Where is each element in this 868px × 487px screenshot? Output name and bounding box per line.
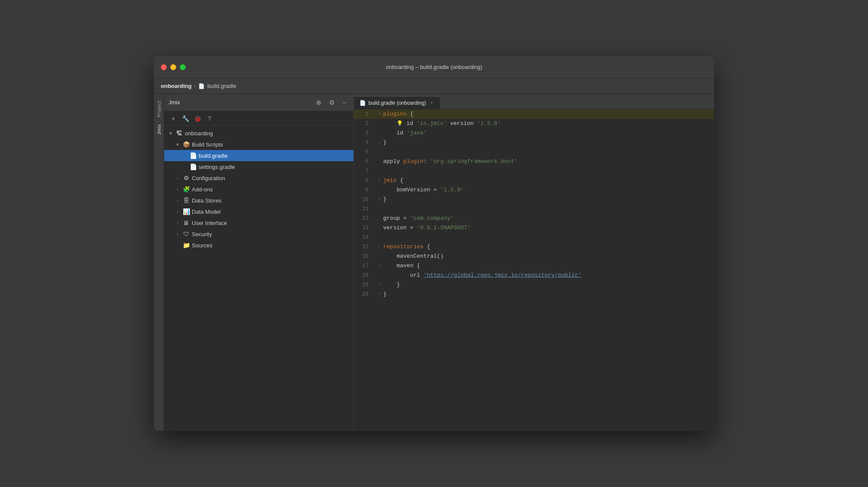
code-content-8: jmix { <box>383 176 714 185</box>
tree-item-settings-gradle[interactable]: 📄 settings.gradle <box>164 161 353 172</box>
code-content-15: repositories { <box>383 242 714 252</box>
line-number-14: 14 <box>354 233 375 242</box>
minimize-button[interactable] <box>170 64 176 70</box>
keyword-token: jmix <box>383 177 397 184</box>
code-line-14: 14 <box>354 233 714 242</box>
line-number-8: 8 <box>354 176 375 185</box>
code-content-6: apply plugin: 'org.springframework.boot' <box>383 157 714 166</box>
string-token: '1.5.0' <box>440 187 464 193</box>
close-button[interactable] <box>161 64 167 70</box>
label-configuration: Configuration <box>192 175 350 181</box>
link-token[interactable]: 'https://global.repo.jmix.io/repository/… <box>424 272 582 278</box>
line-number-9: 9 <box>354 185 375 195</box>
fold-gutter-20[interactable]: ▾ <box>375 290 383 299</box>
breadcrumb-root[interactable]: onboarding <box>161 83 192 89</box>
editor-area: 📄 build.gradle (onboarding) × 1▾plugins … <box>354 94 714 431</box>
icon-build-scripts: 📦 <box>182 141 190 148</box>
editor-tab-build-gradle[interactable]: 📄 build.gradle (onboarding) × <box>354 96 440 109</box>
keyword-token: plugin <box>403 158 424 165</box>
fold-gutter-17[interactable]: ▾ <box>375 261 383 271</box>
fold-gutter-1[interactable]: ▾ <box>375 109 383 119</box>
panel-header: Jmix ⊕ ⚙ − <box>164 94 353 111</box>
breadcrumb-bar: onboarding › 📄 build.gradle <box>154 78 714 94</box>
tab-close-button[interactable]: × <box>428 100 434 106</box>
maximize-button[interactable] <box>180 64 186 70</box>
tree-item-security[interactable]: › 🛡 Security <box>164 228 353 240</box>
tree-item-data-model[interactable]: › 📊 Data Model <box>164 206 353 217</box>
tree-item-sources[interactable]: 📁 Sources <box>164 240 353 251</box>
fold-gutter-15[interactable]: ▾ <box>375 242 383 252</box>
icon-sources: 📁 <box>182 242 190 249</box>
fold-gutter-10[interactable]: ▾ <box>375 195 383 204</box>
toolbar-build-button[interactable]: 🔧 <box>180 113 191 124</box>
line-number-12: 12 <box>354 214 375 223</box>
code-line-12: 12group = 'com.company' <box>354 214 714 223</box>
tree-item-user-interface[interactable]: › 🖥 User Interface <box>164 217 353 228</box>
line-number-20: 20 <box>354 290 375 299</box>
toolbar-add-button[interactable]: + <box>168 113 179 124</box>
toolbar-debug-button[interactable]: 🐞 <box>192 113 203 124</box>
icon-data-model: 📊 <box>182 208 190 215</box>
code-line-7: 7 <box>354 166 714 176</box>
tree-item-build-scripts[interactable]: ▼ 📦 Build Scripts <box>164 139 353 150</box>
code-content-17: maven { <box>383 261 714 271</box>
label-data-stores: Data Stores <box>192 197 350 204</box>
file-tree: ▼ 🏗 onboarding ▼ 📦 Build Scripts 📄 build… <box>164 126 353 431</box>
chevron-data-stores: › <box>175 198 181 203</box>
label-sources: Sources <box>192 242 350 249</box>
code-line-19: 19▾ } <box>354 280 714 290</box>
code-line-17: 17▾ maven { <box>354 261 714 271</box>
panel-add-button[interactable]: ⊕ <box>314 98 323 107</box>
string-token: 'org.springframework.boot' <box>430 158 518 165</box>
tab-project[interactable]: Project <box>155 97 163 121</box>
label-settings-gradle: settings.gradle <box>199 164 350 170</box>
line-number-1: 1 <box>354 109 375 119</box>
label-onboarding: onboarding <box>185 130 350 137</box>
label-user-interface: User Interface <box>192 220 350 226</box>
icon-add-ons: 🧩 <box>182 186 190 193</box>
panel-title: Jmix <box>169 99 310 106</box>
icon-security: 🛡 <box>182 231 190 237</box>
breadcrumb-file[interactable]: build.gradle <box>207 83 236 89</box>
line-number-17: 17 <box>354 261 375 271</box>
code-line-13: 13version = '0.0.1-SNAPSHOT' <box>354 223 714 233</box>
fold-gutter-8[interactable]: ▾ <box>375 176 383 185</box>
tab-label: build.gradle (onboarding) <box>368 100 426 106</box>
label-security: Security <box>192 231 350 237</box>
label-add-ons: Add-ons <box>192 186 350 193</box>
toolbar-help-button[interactable]: ? <box>204 113 215 124</box>
line-number-11: 11 <box>354 204 375 214</box>
fold-gutter-4[interactable]: ▾ <box>375 138 383 147</box>
tree-toolbar: + 🔧 🐞 ? <box>164 111 353 126</box>
tree-item-add-ons[interactable]: › 🧩 Add-ons <box>164 184 353 195</box>
main-window: onboarding – build.gradle (onboarding) o… <box>154 56 714 431</box>
tab-jmix[interactable]: Jmix <box>155 121 163 138</box>
code-content-13: version = '0.0.1-SNAPSHOT' <box>383 223 714 233</box>
code-content-3: id 'java' <box>383 128 714 138</box>
keyword-token: repositories <box>383 244 424 250</box>
label-build-gradle: build.gradle <box>199 153 350 159</box>
fold-gutter-19[interactable]: ▾ <box>375 280 383 290</box>
tree-item-build-gradle[interactable]: 📄 build.gradle <box>164 150 353 161</box>
code-content-4: } <box>383 138 714 147</box>
code-line-3: 3 id 'java' <box>354 128 714 138</box>
string-token: 'java' <box>407 130 427 136</box>
chevron-security: › <box>175 232 181 237</box>
panel-settings-button[interactable]: ⚙ <box>327 98 336 107</box>
tree-item-configuration[interactable]: › ⚙ Configuration <box>164 172 353 184</box>
chevron-user-interface: › <box>175 221 181 225</box>
code-editor[interactable]: 1▾plugins {2 💡 id 'io.jmix' version '1.5… <box>354 109 714 431</box>
string-token: '0.0.1-SNAPSHOT' <box>417 225 471 231</box>
panel-close-button[interactable]: − <box>340 98 349 107</box>
tree-item-data-stores[interactable]: › 🗄 Data Stores <box>164 195 353 206</box>
code-line-1: 1▾plugins { <box>354 109 714 119</box>
tree-item-onboarding[interactable]: ▼ 🏗 onboarding <box>164 128 353 139</box>
line-number-5: 5 <box>354 147 375 157</box>
string-token: 'com.company' <box>410 215 453 222</box>
line-number-13: 13 <box>354 223 375 233</box>
code-line-9: 9 bomVersion = '1.5.0' <box>354 185 714 195</box>
code-content-10: } <box>383 195 714 204</box>
code-content-2: 💡 id 'io.jmix' version '1.5.0' <box>383 119 714 128</box>
code-content-12: group = 'com.company' <box>383 214 714 223</box>
code-line-5: 5 <box>354 147 714 157</box>
